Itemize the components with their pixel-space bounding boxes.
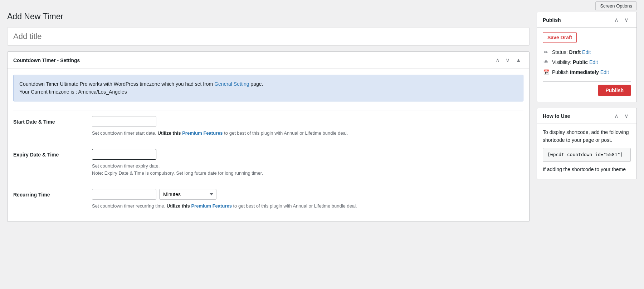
- post-title-input[interactable]: [7, 27, 530, 46]
- status-value: Draft: [569, 49, 581, 55]
- info-text-2: page.: [249, 81, 263, 87]
- publish-panel-title: Publish: [543, 17, 561, 23]
- publish-footer: Publish: [543, 81, 631, 96]
- how-to-collapse-up-button[interactable]: ∧: [612, 112, 621, 120]
- premium-features-link-2[interactable]: Premium Features: [191, 203, 231, 209]
- publish-date-edit-link[interactable]: Edit: [600, 69, 609, 75]
- publish-date-value: immediately: [570, 69, 599, 75]
- utilize-text-2: Utilize this: [167, 203, 191, 209]
- recurring-time-row: Recurring Time Minutes Hours Days Set co…: [13, 183, 523, 216]
- start-date-desc: Set countdown timer start date. Utilize …: [92, 130, 523, 137]
- recurring-desc: Set countdown timer recurring time. Util…: [92, 203, 523, 210]
- premium-features-link-1[interactable]: Premium Features: [182, 130, 223, 136]
- collapse-up-button[interactable]: ∧: [493, 56, 502, 64]
- sidebar: Publish ∧ ∨ Save Draft ✏ Status: Draft E…: [537, 12, 637, 222]
- recurring-time-field: Minutes Hours Days Set countdown timer r…: [92, 189, 523, 210]
- publish-body: Save Draft ✏ Status: Draft Edit 👁 Visibi…: [537, 28, 636, 102]
- publish-header-controls: ∧ ∨: [612, 16, 631, 24]
- shortcode-box[interactable]: [wpcdt-countdown id="5581"]: [543, 148, 631, 162]
- start-date-input[interactable]: [92, 116, 156, 127]
- move-up-button[interactable]: ▲: [513, 56, 523, 64]
- info-box: Countdown Timer Ultimate Pro works with …: [13, 75, 523, 101]
- expiry-date-row: Expiry Date & Time Set countdown timer e…: [13, 143, 523, 183]
- general-setting-link[interactable]: General Setting: [214, 81, 249, 87]
- recurring-time-input[interactable]: [92, 189, 156, 200]
- expiry-date-field: Set countdown timer expiry date. Note: E…: [92, 149, 523, 178]
- how-to-desc-1: To display shortcode, add the following …: [543, 129, 629, 143]
- how-to-header: How to Use ∧ ∨: [537, 108, 636, 124]
- how-to-collapse-down-button[interactable]: ∨: [622, 112, 631, 120]
- how-to-panel-title: How to Use: [543, 113, 570, 119]
- publish-collapse-up-button[interactable]: ∧: [612, 16, 621, 24]
- screen-options-button[interactable]: Screen Options: [595, 1, 637, 10]
- visibility-edit-link[interactable]: Edit: [589, 59, 598, 65]
- save-draft-button[interactable]: Save Draft: [543, 32, 577, 43]
- how-to-header-controls: ∧ ∨: [612, 112, 631, 120]
- how-to-body: To display shortcode, add the following …: [537, 124, 636, 179]
- publish-date-label: Publish immediately Edit: [552, 69, 609, 75]
- status-edit-link[interactable]: Edit: [582, 49, 591, 55]
- pencil-icon: ✏: [543, 49, 549, 55]
- start-date-label: Start Date & Time: [13, 116, 92, 125]
- publish-panel: Publish ∧ ∨ Save Draft ✏ Status: Draft E…: [537, 12, 637, 102]
- eye-icon: 👁: [543, 59, 549, 65]
- utilize-text: Utilize this: [158, 130, 182, 136]
- start-date-field: Set countdown timer start date. Utilize …: [92, 116, 523, 137]
- publish-date-item: 📅 Publish immediately Edit: [543, 67, 631, 77]
- recurring-inputs: Minutes Hours Days: [92, 189, 523, 200]
- settings-panel: Countdown Timer - Settings ∧ ∨ ▲ Countdo…: [7, 51, 530, 222]
- publish-header: Publish ∧ ∨: [537, 12, 636, 28]
- expiry-date-input[interactable]: [92, 149, 156, 160]
- visibility-value: Public: [573, 59, 588, 65]
- settings-body: Countdown Timer Ultimate Pro works with …: [8, 69, 529, 221]
- info-text-3: Your Current timezone is : America/Los_A…: [19, 89, 127, 95]
- page-title: Add New Timer: [7, 12, 530, 21]
- recurring-unit-select[interactable]: Minutes Hours Days: [159, 189, 216, 200]
- visibility-item: 👁 Visibility: Public Edit: [543, 57, 631, 67]
- publish-collapse-down-button[interactable]: ∨: [622, 16, 631, 24]
- recurring-time-label: Recurring Time: [13, 189, 92, 198]
- how-to-panel: How to Use ∧ ∨ To display shortcode, add…: [537, 108, 637, 179]
- publish-button[interactable]: Publish: [598, 85, 631, 96]
- publish-meta-list: ✏ Status: Draft Edit 👁 Visibility: Publi…: [543, 47, 631, 77]
- expiry-date-label: Expiry Date & Time: [13, 149, 92, 158]
- calendar-icon: 📅: [543, 69, 549, 75]
- settings-panel-title: Countdown Timer - Settings: [13, 58, 80, 63]
- settings-header: Countdown Timer - Settings ∧ ∨ ▲: [8, 52, 529, 69]
- settings-header-controls: ∧ ∨ ▲: [493, 56, 523, 64]
- how-to-desc-2: If adding the shortcode to your theme: [543, 166, 626, 172]
- expiry-date-desc: Set countdown timer expiry date. Note: E…: [92, 163, 523, 178]
- visibility-label: Visibility: Public Edit: [552, 59, 598, 65]
- start-date-row: Start Date & Time Set countdown timer st…: [13, 110, 523, 143]
- status-item: ✏ Status: Draft Edit: [543, 47, 631, 57]
- info-text-1: Countdown Timer Ultimate Pro works with …: [19, 81, 214, 87]
- status-label: Status: Draft Edit: [552, 49, 591, 55]
- collapse-down-button[interactable]: ∨: [503, 56, 512, 64]
